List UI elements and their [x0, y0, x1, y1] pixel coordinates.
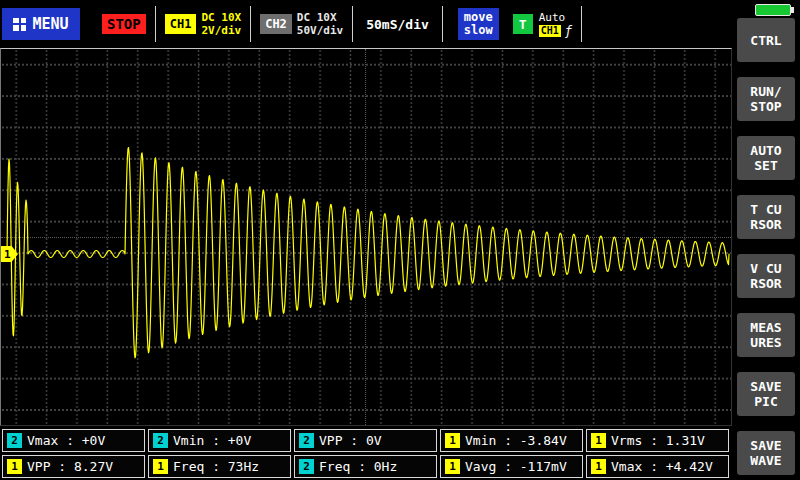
- ch1-trace: [1, 148, 729, 358]
- scope-grid: 1: [0, 48, 732, 426]
- trigger-badge: T: [513, 14, 533, 34]
- waveform: [1, 49, 731, 425]
- channel-badge: 1: [445, 459, 460, 474]
- main-column: MENU STOP CH1 DC 10X 2V/div CH2 DC 10X 5…: [0, 0, 732, 480]
- measurement-value: VPP : 0V: [319, 433, 382, 448]
- measurement-box: 1 Vavg : -117mV: [440, 455, 583, 478]
- channel-badge: 2: [7, 433, 22, 448]
- channel-badge: 1: [591, 433, 606, 448]
- separator: [581, 6, 582, 42]
- ctrl-button[interactable]: CTRL: [737, 18, 795, 62]
- measurement-value: Vmax : +0V: [27, 433, 105, 448]
- measurement-value: Vmax : +4.42V: [611, 459, 713, 474]
- channel-badge: 1: [153, 459, 168, 474]
- save-wave-button[interactable]: SAVE WAVE: [737, 431, 795, 475]
- move-speed-line2: slow: [464, 24, 493, 37]
- ch2-badge: CH2: [260, 14, 292, 34]
- channel-badge: 2: [153, 433, 168, 448]
- measurement-box: 1 Freq : 73Hz: [148, 455, 291, 478]
- ch1-scale: 2V/div: [201, 24, 241, 37]
- separator: [250, 6, 251, 42]
- measurement-value: Freq : 0Hz: [319, 459, 397, 474]
- menu-grid-icon: [13, 18, 26, 31]
- channel2-settings[interactable]: CH2 DC 10X 50V/div: [260, 11, 343, 37]
- measurement-value: Vmin : +0V: [173, 433, 251, 448]
- menu-button[interactable]: MENU: [2, 8, 80, 40]
- ch2-info: DC 10X 50V/div: [297, 11, 343, 37]
- separator: [352, 6, 353, 42]
- measurement-box: 1 VPP : 8.27V: [2, 455, 145, 478]
- channel-badge: 1: [591, 459, 606, 474]
- oscilloscope-screen: MENU STOP CH1 DC 10X 2V/div CH2 DC 10X 5…: [0, 0, 800, 480]
- timebase-readout: 50mS/div: [366, 17, 429, 32]
- channel-badge: 2: [299, 459, 314, 474]
- measurements-row-1: 2 Vmax : +0V 2 Vmin : +0V 2 VPP : 0V 1 V…: [2, 429, 732, 452]
- trigger-edge-icon: ƒ: [565, 25, 572, 37]
- measurement-value: Vavg : -117mV: [465, 459, 567, 474]
- trigger-mode: Auto: [539, 12, 572, 24]
- measurement-box: 2 Vmin : +0V: [148, 429, 291, 452]
- separator: [155, 6, 156, 42]
- trigger-source-row: CH1 ƒ: [539, 25, 572, 37]
- measurements-row-2: 1 VPP : 8.27V 1 Freq : 73Hz 2 Freq : 0Hz…: [2, 455, 732, 478]
- trigger-info: Auto CH1 ƒ: [539, 12, 572, 37]
- measurement-box: 1 Vrms : 1.31V: [586, 429, 729, 452]
- ch2-coupling: DC 10X: [297, 11, 343, 24]
- save-pic-button[interactable]: SAVE PIC: [737, 372, 795, 416]
- top-bar: MENU STOP CH1 DC 10X 2V/div CH2 DC 10X 5…: [0, 0, 732, 48]
- ch1-coupling: DC 10X: [201, 11, 241, 24]
- ch1-info: DC 10X 2V/div: [201, 11, 241, 37]
- auto-set-button[interactable]: AUTO SET: [737, 136, 795, 180]
- sidebar: CTRL RUN/ STOP AUTO SET T CU RSOR V CU R…: [732, 0, 800, 480]
- measurement-value: Vmin : -3.84V: [465, 433, 567, 448]
- measurement-value: VPP : 8.27V: [27, 459, 113, 474]
- channel-badge: 1: [7, 459, 22, 474]
- measurement-box: 2 Vmax : +0V: [2, 429, 145, 452]
- separator: [442, 6, 443, 42]
- move-speed-button[interactable]: move slow: [458, 8, 499, 40]
- measurement-value: Vrms : 1.31V: [611, 433, 705, 448]
- channel-badge: 2: [299, 433, 314, 448]
- channel-badge: 1: [445, 433, 460, 448]
- v-cursor-button[interactable]: V CU RSOR: [737, 254, 795, 298]
- measurement-value: Freq : 73Hz: [173, 459, 259, 474]
- channel1-settings[interactable]: CH1 DC 10X 2V/div: [165, 11, 241, 37]
- ch1-badge: CH1: [165, 14, 197, 34]
- ch2-scale: 50V/div: [297, 24, 343, 37]
- measures-button[interactable]: MEAS URES: [737, 313, 795, 357]
- menu-label: MENU: [32, 15, 68, 33]
- trigger-settings[interactable]: T Auto CH1 ƒ: [513, 12, 572, 37]
- run-stop-button[interactable]: RUN/ STOP: [737, 77, 795, 121]
- measurement-box: 1 Vmin : -3.84V: [440, 429, 583, 452]
- measurements-panel: 2 Vmax : +0V 2 Vmin : +0V 2 VPP : 0V 1 V…: [0, 426, 732, 480]
- battery-icon: [755, 4, 791, 16]
- trigger-source-badge: CH1: [539, 25, 561, 37]
- measurement-box: 2 VPP : 0V: [294, 429, 437, 452]
- t-cursor-button[interactable]: T CU RSOR: [737, 195, 795, 239]
- measurement-box: 1 Vmax : +4.42V: [586, 455, 729, 478]
- stop-status-badge: STOP: [102, 14, 146, 34]
- measurement-box: 2 Freq : 0Hz: [294, 455, 437, 478]
